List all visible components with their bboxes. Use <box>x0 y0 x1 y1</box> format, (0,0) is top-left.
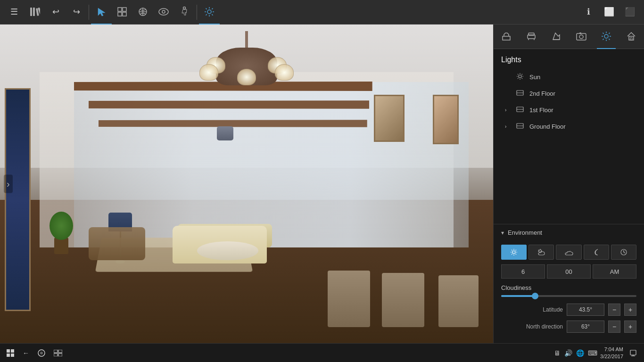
taskbar-clock[interactable]: 7:04 AM 3/22/2017 <box>600 346 623 360</box>
windows-start-button[interactable] <box>4 347 17 359</box>
menu-button[interactable]: ☰ <box>4 0 25 25</box>
light-item-2nd-floor[interactable]: › 2nd Floor <box>494 85 644 102</box>
svg-rect-75 <box>11 349 14 353</box>
north-direction-input[interactable] <box>567 321 604 333</box>
taskbar-notification-icon[interactable]: 🖥 <box>554 349 561 357</box>
time-btn-custom[interactable] <box>611 245 636 260</box>
north-direction-minus-button[interactable]: − <box>608 321 620 333</box>
edit-button[interactable] <box>132 0 153 25</box>
panel-build-button[interactable] <box>497 25 516 49</box>
panel-furniture-button[interactable] <box>522 25 541 49</box>
svg-point-13 <box>183 7 186 9</box>
latitude-label: Latitude <box>501 306 563 313</box>
environment-collapse-icon: ▾ <box>501 230 504 236</box>
separator-2 <box>197 5 197 20</box>
svg-rect-23 <box>503 36 510 40</box>
1st-floor-arrow[interactable]: › <box>505 107 512 113</box>
svg-line-39 <box>609 33 610 33</box>
view-button[interactable] <box>153 0 174 25</box>
time-btn-clear[interactable] <box>501 245 527 260</box>
svg-point-32 <box>604 34 608 38</box>
svg-line-64 <box>516 254 516 255</box>
svg-line-21 <box>212 8 213 9</box>
chandelier-shade-far-left <box>199 64 218 81</box>
svg-rect-80 <box>54 350 58 353</box>
taskbar-volume-icon[interactable]: 🔊 <box>564 349 572 357</box>
nav-arrow-left[interactable]: › <box>4 175 13 193</box>
sun-light-icon <box>516 73 525 82</box>
main-content: › <box>0 25 644 343</box>
cortana-button[interactable] <box>35 347 48 359</box>
task-view-button[interactable] <box>51 348 65 358</box>
viewport[interactable]: › <box>0 25 493 343</box>
svg-rect-4 <box>118 8 122 11</box>
north-direction-label: North direction <box>501 323 563 330</box>
ground-floor-arrow[interactable]: › <box>505 124 512 129</box>
panel-photo-button[interactable] <box>572 25 591 49</box>
dining-chair-3 <box>438 275 479 327</box>
svg-line-49 <box>522 78 522 79</box>
svg-line-22 <box>206 14 207 15</box>
arrange-button[interactable] <box>112 0 132 25</box>
svg-point-14 <box>207 10 211 14</box>
panel-scroll-content: Lights › <box>494 49 644 224</box>
walk-button[interactable] <box>174 0 195 25</box>
time-btn-partly-cloudy[interactable] <box>528 245 554 260</box>
undo-button[interactable]: ↩ <box>45 0 66 25</box>
library-button[interactable] <box>25 0 45 25</box>
cloudiness-slider-thumb[interactable] <box>532 293 538 299</box>
panel-exterior-button[interactable] <box>622 25 641 49</box>
environment-content: 6 00 AM Cloudiness Latitude − <box>494 241 644 343</box>
svg-line-65 <box>516 250 516 250</box>
2nd-floor-label: 2nd Floor <box>529 90 636 97</box>
time-minute-input[interactable]: 00 <box>547 264 591 279</box>
redo-button[interactable]: ↪ <box>66 0 87 25</box>
select-button[interactable] <box>91 0 112 25</box>
svg-line-40 <box>603 39 604 40</box>
latitude-input[interactable] <box>567 304 604 316</box>
latitude-plus-button[interactable]: + <box>624 304 636 316</box>
svg-line-19 <box>206 8 207 9</box>
svg-point-43 <box>519 75 521 78</box>
svg-line-50 <box>522 74 522 74</box>
action-center-button[interactable] <box>626 350 640 356</box>
content-spacer <box>494 135 644 173</box>
cube-button[interactable]: ⬛ <box>619 0 640 25</box>
svg-rect-77 <box>11 354 14 357</box>
time-btn-cloudy[interactable] <box>556 245 581 260</box>
ceiling-lamp-small <box>217 126 233 140</box>
svg-line-70 <box>538 250 539 250</box>
time-inputs-row: 6 00 AM <box>501 264 636 279</box>
svg-line-63 <box>512 250 512 250</box>
svg-line-37 <box>603 33 604 33</box>
fullscreen-button[interactable]: ⬜ <box>599 0 619 25</box>
svg-point-30 <box>579 35 583 39</box>
light-item-1st-floor[interactable]: › 1st Floor <box>494 102 644 118</box>
sun-button[interactable] <box>199 0 220 25</box>
environment-header[interactable]: ▾ Environment <box>494 224 644 241</box>
north-direction-row: North direction − + <box>501 321 636 333</box>
panel-material-button[interactable] <box>547 25 566 49</box>
svg-rect-0 <box>30 8 32 16</box>
cloudiness-slider[interactable] <box>501 295 636 297</box>
info-button[interactable]: ℹ <box>578 0 599 25</box>
back-button[interactable]: ← <box>20 347 32 359</box>
light-item-ground-floor[interactable]: › Ground Floor <box>494 118 644 135</box>
time-hour-input[interactable]: 6 <box>501 264 545 279</box>
taskbar-keyboard-icon[interactable]: ⌨ <box>588 349 597 357</box>
environment-label: Environment <box>508 229 542 236</box>
right-panel: Lights › <box>493 25 644 343</box>
svg-rect-5 <box>123 8 126 11</box>
latitude-minus-button[interactable]: − <box>608 304 620 316</box>
taskbar-network-icon[interactable]: 🌐 <box>576 349 584 357</box>
svg-rect-41 <box>629 36 634 40</box>
separator-1 <box>89 5 89 20</box>
svg-line-73 <box>624 252 625 253</box>
time-ampm-input[interactable]: AM <box>593 264 636 279</box>
ceiling-lamp-shade <box>217 126 233 140</box>
light-item-sun[interactable]: › Sun <box>494 69 644 85</box>
time-btn-night[interactable] <box>584 245 609 260</box>
environment-section: ▾ Environment <box>494 224 644 343</box>
north-direction-plus-button[interactable]: + <box>624 321 636 333</box>
panel-lights-button[interactable] <box>597 25 616 49</box>
